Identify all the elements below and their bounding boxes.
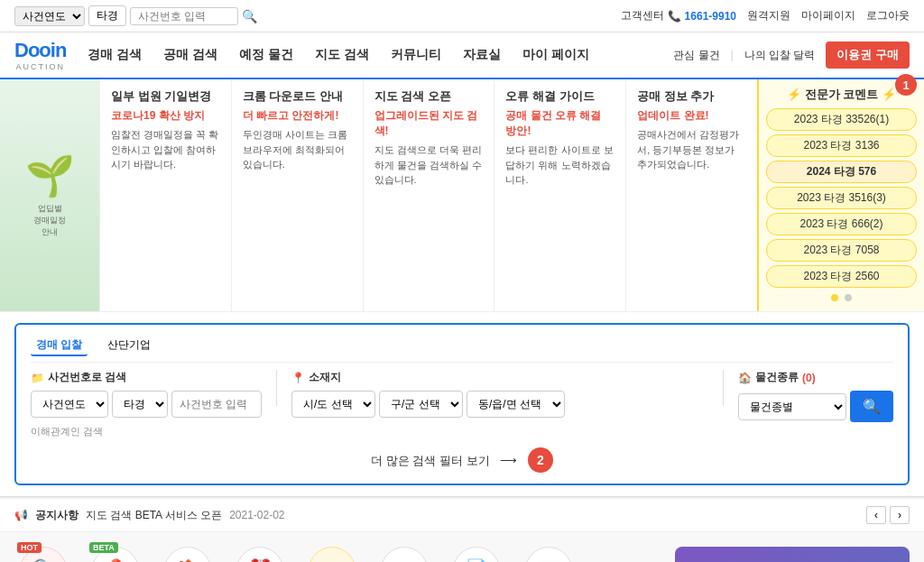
banner-subtitle-2: 업그레이드된 지도 검색! <box>374 108 484 139</box>
badge-hot-label: HOT <box>17 542 42 553</box>
phone-number: 1661-9910 <box>685 10 736 23</box>
icon-3-glyph: ⏰ <box>248 558 273 562</box>
bottom-area: HOT ALL 🔍 종합 검색 BETA 📍 지도 검색 🏠 공매 검색 ⏰ <box>0 532 924 562</box>
arrow-icon: ⟶ <box>500 454 517 467</box>
icon-item-0[interactable]: HOT ALL 🔍 종합 검색 <box>14 547 72 562</box>
icon-item-7[interactable]: ✉️ 건의하기 <box>520 547 578 562</box>
icon-circle-2: 🏠 <box>164 547 211 562</box>
top-bar-right: 고객센터 📞 1661-9910 원격지원 마이페이지 로그아웃 <box>621 8 910 23</box>
banner-subtitle-1: 더 빠르고 안전하게! <box>243 108 352 124</box>
icon-7-glyph: ✉️ <box>537 558 561 562</box>
section-property-type: 🏠 물건종류 (0) 물건종별 🔍 <box>738 370 893 422</box>
banner-item-1: 크롬 다운로드 안내 더 빠르고 안전하게! 두인경매 사이트는 크롬 브라우저… <box>231 79 363 311</box>
nav-public-sale-search[interactable]: 공매 검색 <box>163 47 217 63</box>
icon-item-2[interactable]: 🏠 공매 검색 <box>159 547 217 562</box>
logout-link[interactable]: 로그아웃 <box>866 8 910 23</box>
year-select[interactable]: 사건연도 <box>14 6 85 26</box>
icon-item-5[interactable]: 🚗 차량 검색 <box>375 547 433 562</box>
nav-community[interactable]: 커뮤니티 <box>391 47 441 63</box>
icon-circle-1: BETA 📍 <box>92 547 139 562</box>
case-type-button[interactable]: 타경 <box>88 5 126 26</box>
banner-item-3: 오류 해결 가이드 공매 물건 오류 해결 방안! 보다 편리한 사이트로 보답… <box>494 79 625 311</box>
main-nav: 경매 검색 공매 검색 예정 물건 지도 검색 커뮤니티 자료실 마이 페이지 <box>88 47 588 63</box>
customer-center-label: 고객센터 <box>621 8 664 23</box>
icon-item-4[interactable]: 💴 NPL 검색 <box>303 547 361 562</box>
dot-2 <box>845 294 852 301</box>
expert-item-0[interactable]: 2023 타경 33526(1) <box>766 108 917 131</box>
notice-bar: 📢 공지사항 지도 검색 BETA 서비스 오픈 2021-02-02 ‹ › <box>0 499 924 532</box>
banner-area: 🌱 업딥별경매일정안내 일부 법원 기일변경 코로나19 확산 방지 임찰전 경… <box>0 79 924 312</box>
icon-2-glyph: 🏠 <box>176 558 200 562</box>
expert-title: ⚡ 전문가 코멘트 ⚡ <box>766 87 917 103</box>
banner-title-1: 크롬 다운로드 안내 <box>243 88 352 105</box>
related-person-search-link[interactable]: 이해관계인 검색 <box>31 425 262 438</box>
top-search-button[interactable]: 🔍 <box>242 9 257 23</box>
my-bid-link[interactable]: 나의 입찰 달력 <box>744 48 816 63</box>
section2-title: 📍 소재지 <box>291 370 708 385</box>
divider: | <box>731 49 734 61</box>
expert-item-3[interactable]: 2023 타경 3516(3) <box>766 187 917 209</box>
buy-ticket-button[interactable]: 이용권 구매 <box>826 41 910 69</box>
dong-select[interactable]: 동/읍/면 선택 <box>467 391 565 418</box>
property-type-controls: 물건종별 🔍 <box>738 391 893 422</box>
header: Dooin AUCTION 경매 검색 공매 검색 예정 물건 지도 검색 커뮤… <box>0 32 924 79</box>
expert-item-2[interactable]: 2024 타경 576 <box>766 161 917 183</box>
mypage-link[interactable]: 마이페이지 <box>801 8 855 23</box>
star-icon-left: ⚡ <box>787 88 801 101</box>
icon-circle-4: 💴 <box>309 547 356 562</box>
banner-subtitle-3: 공매 물건 오류 해결 방안! <box>505 108 614 139</box>
expert-item-1[interactable]: 2023 타경 3136 <box>766 134 917 157</box>
tab-auction-bid[interactable]: 경매 입찰 <box>31 336 88 356</box>
gungu-select[interactable]: 구/군 선택 <box>379 391 463 418</box>
banner-subtitle-4: 업데이트 완료! <box>637 108 746 124</box>
icon-1-glyph: 📍 <box>104 558 128 562</box>
folder-icon: 📁 <box>31 372 44 384</box>
sido-select[interactable]: 시/도 선택 <box>291 391 375 418</box>
icon-item-1[interactable]: BETA 📍 지도 검색 <box>87 547 144 562</box>
nav-resources[interactable]: 자료실 <box>463 47 501 63</box>
nav-map-search[interactable]: 지도 검색 <box>315 47 369 63</box>
location-icon: 📍 <box>291 372 305 384</box>
banner-body-2: 지도 검색으로 더욱 편리하게 물건을 검색하실 수 있습니다. <box>374 143 484 188</box>
icon-5-glyph: 🚗 <box>393 558 417 562</box>
promo-banner[interactable]: 두인경매 8월 도서 이벤트 8월 한달간 전국1년 이용권 구매 회원님들께 … <box>675 547 910 562</box>
expert-item-5[interactable]: 2023 타경 7058 <box>766 239 917 262</box>
case-number-input[interactable] <box>130 7 238 25</box>
banner-body-1: 두인경매 사이트는 크롬 브라우저에 최적화되어 있습니다. <box>243 127 352 172</box>
banner-subtitle-0: 코로나19 확산 방지 <box>111 108 220 124</box>
nav-mypage[interactable]: 마이 페이지 <box>522 47 589 63</box>
main-search-button[interactable]: 🔍 <box>850 391 893 422</box>
search-case-num-input[interactable] <box>171 391 262 418</box>
icon-circle-7: ✉️ <box>525 547 572 562</box>
nav-auction-search[interactable]: 경매 검색 <box>88 47 142 63</box>
icon-6-glyph: 📄 <box>465 558 489 562</box>
nav-upcoming-items[interactable]: 예정 물건 <box>239 47 293 63</box>
logo: Dooin AUCTION <box>14 39 66 71</box>
remote-support-link[interactable]: 원격지원 <box>747 8 790 23</box>
icon-item-3[interactable]: ⏰ 예정물건 <box>231 547 289 562</box>
more-filter-row[interactable]: 더 많은 검색 필터 보기 ⟶ 2 <box>31 447 893 473</box>
notice-arrows: ‹ › <box>866 506 910 524</box>
expert-item-6[interactable]: 2023 타경 2560 <box>766 265 917 288</box>
notice-label: 공지사항 <box>35 508 79 523</box>
search-case-type-select[interactable]: 타경 <box>112 391 168 418</box>
tab-industrial[interactable]: 산단기업 <box>102 336 156 356</box>
interest-items-link[interactable]: 관심 물건 <box>673 48 719 63</box>
banner-left-label: 업딥별경매일정안내 <box>33 203 66 238</box>
expert-item-4[interactable]: 2023 타경 666(2) <box>766 213 917 235</box>
notice-next-button[interactable]: › <box>890 506 910 524</box>
banner-title-0: 일부 법원 기일변경 <box>111 88 220 105</box>
notice-prev-button[interactable]: ‹ <box>866 506 886 524</box>
top-bar-left: 사건연도 타경 🔍 <box>14 5 257 26</box>
header-left: Dooin AUCTION 경매 검색 공매 검색 예정 물건 지도 검색 커뮤… <box>14 39 589 71</box>
search-year-select[interactable]: 사건연도 <box>31 391 108 418</box>
notice-text: 지도 검색 BETA 서비스 오픈 <box>86 508 222 523</box>
icon-0-glyph: 🔍 <box>32 558 56 562</box>
search-fields-row: 📁 사건번호로 검색 사건연도 타경 이해관계인 검색 <box>31 370 893 438</box>
property-type-select[interactable]: 물건종별 <box>738 393 846 420</box>
divider-1 <box>276 370 277 406</box>
search-box: 경매 입찰 산단기업 📁 사건번호로 검색 사건연도 <box>14 323 910 485</box>
icon-item-6[interactable]: 📄 요금설명 <box>448 547 505 562</box>
top-search-row: 사건연도 타경 🔍 <box>14 5 257 26</box>
logo-sub: AUCTION <box>14 62 66 71</box>
